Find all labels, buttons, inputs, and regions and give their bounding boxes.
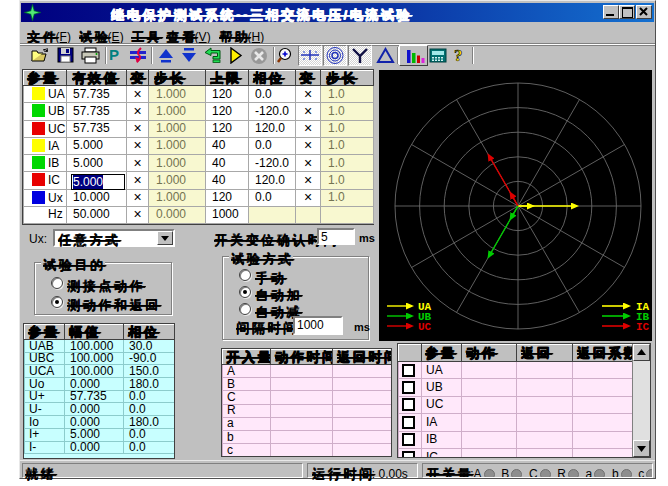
svg-text:?: ? (454, 46, 463, 64)
svg-text:UC: UC (418, 321, 432, 333)
svg-text:P: P (109, 47, 119, 63)
svg-text:IC: IC (636, 321, 650, 333)
